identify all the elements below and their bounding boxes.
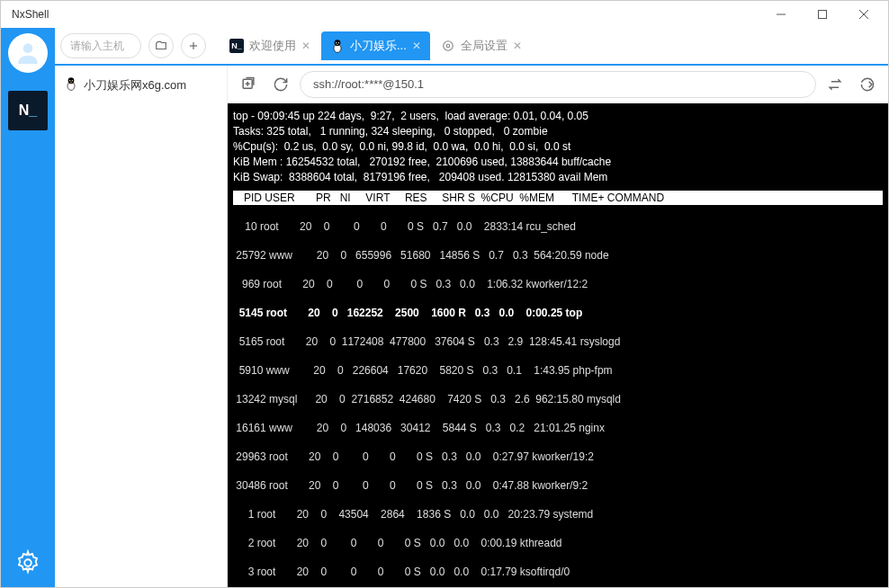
tab-label: 全局设置: [461, 38, 507, 54]
svg-point-10: [336, 42, 337, 43]
window-title: NxShell: [12, 8, 760, 21]
minimize-button[interactable]: [760, 1, 802, 28]
tab-label: 小刀娱乐...: [350, 38, 407, 54]
svg-point-16: [69, 80, 70, 81]
host-tree-item-label: 小刀娱乐网x6g.com: [84, 77, 186, 94]
tab-1[interactable]: 小刀娱乐...✕: [321, 31, 430, 60]
swap-button[interactable]: [822, 71, 849, 98]
svg-point-17: [72, 80, 73, 81]
svg-point-4: [23, 43, 33, 53]
tab-close-icon[interactable]: ✕: [513, 40, 522, 52]
svg-point-12: [446, 44, 450, 48]
host-tree-panel: 小刀娱乐网x6g.com: [55, 66, 228, 587]
tab-bar: N_欢迎使用✕小刀娱乐...✕全局设置✕: [55, 28, 888, 66]
tab-label: 欢迎使用: [249, 38, 296, 54]
close-button[interactable]: [843, 1, 885, 28]
refresh-button[interactable]: [267, 71, 294, 98]
tab-close-icon[interactable]: ✕: [301, 40, 310, 52]
duplicate-tab-button[interactable]: [235, 71, 262, 98]
tux-icon: [330, 39, 345, 53]
tab-2[interactable]: 全局设置✕: [432, 31, 531, 60]
window-titlebar: NxShell: [1, 1, 888, 28]
terminal-toolbar: [228, 66, 888, 103]
svg-point-11: [338, 42, 339, 43]
nx-logo-icon[interactable]: N_: [8, 91, 48, 130]
svg-point-13: [444, 41, 453, 51]
maximize-button[interactable]: [802, 1, 843, 28]
forward-button[interactable]: [854, 71, 881, 98]
left-sidebar: N_: [1, 28, 55, 587]
nx-icon: N_: [229, 39, 244, 53]
gear-icon: [441, 39, 455, 53]
svg-rect-1: [819, 11, 827, 19]
settings-gear-icon[interactable]: [14, 549, 41, 580]
host-input[interactable]: [60, 33, 141, 58]
host-tree-item[interactable]: 小刀娱乐网x6g.com: [55, 71, 227, 99]
user-avatar[interactable]: [8, 33, 48, 73]
address-input[interactable]: [300, 71, 816, 98]
tab-close-icon[interactable]: ✕: [412, 40, 421, 52]
add-tab-button[interactable]: [181, 33, 206, 58]
terminal-output[interactable]: top - 09:09:45 up 224 days, 9:27, 2 user…: [228, 103, 888, 587]
tux-icon: [64, 76, 78, 94]
folder-button[interactable]: [148, 33, 174, 58]
tab-0[interactable]: N_欢迎使用✕: [220, 31, 319, 60]
svg-point-5: [24, 559, 31, 566]
